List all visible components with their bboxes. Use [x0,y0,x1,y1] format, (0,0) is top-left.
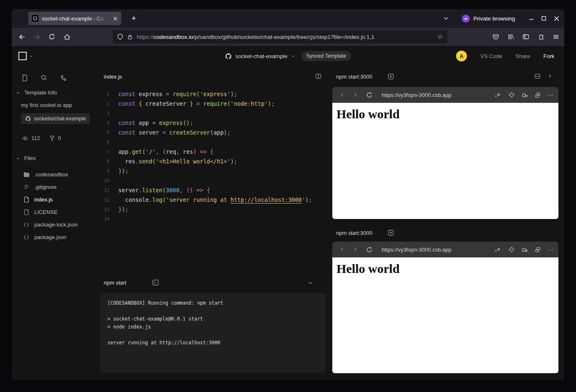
split-editor-icon[interactable] [315,73,321,79]
share-button[interactable]: Share [515,53,530,59]
close-button[interactable] [550,12,563,25]
preview-back-icon[interactable] [337,92,347,97]
bookmark-star-icon[interactable]: ☆ [438,33,443,41]
terminal-tab[interactable]: npm start [104,280,126,286]
preview-tab[interactable]: npm start:3000 [336,230,372,236]
preview-back-icon[interactable] [337,247,347,252]
extensions-puzzle-button[interactable] [535,31,547,43]
project-title-group[interactable]: socket-chat-example Synced Template [225,46,351,66]
forward-button[interactable] [31,31,43,43]
code-line[interactable]: 14 [100,214,332,224]
ai-sparkles-icon[interactable]: ✦✦ [494,92,502,98]
sidebar-toggle-button[interactable] [520,31,532,43]
fork-button[interactable]: Fork [543,53,554,59]
new-tab-button[interactable]: + [128,13,140,24]
preview-forward-icon[interactable] [351,92,360,97]
debug-bug-icon[interactable] [521,92,528,98]
workspace-switcher[interactable] [18,52,34,60]
pocket-button[interactable] [490,31,502,43]
file-item-package-lock[interactable]: {} package-lock.json [23,220,78,229]
preview-viewport-2[interactable]: Hello world [332,257,558,373]
code-line[interactable]: 10 [100,176,332,186]
code-line[interactable]: 6 [100,137,332,147]
repo-link[interactable]: socketio/chat-example [21,113,90,124]
minimize-button[interactable] [525,12,538,25]
ai-sparkles-icon[interactable]: ✦✦ [494,246,502,253]
duplicate-window-icon[interactable] [535,92,541,98]
code-line[interactable]: 9}); [100,166,332,176]
menu-hamburger-button[interactable] [550,31,562,43]
browser-nav-bar: https://codesandbox.io/p/sandbox/github/… [12,28,564,46]
preview-tab[interactable]: npm start:3000 [336,74,372,80]
json-braces-icon: {} [23,234,30,240]
code-line[interactable]: 4const app = express(); [100,118,332,128]
list-all-tabs-chevron-icon[interactable] [440,13,452,24]
line-number: 12 [100,195,110,205]
project-chevron-icon [291,54,295,59]
code-line[interactable]: 11server.listen(3000, () => { [100,186,332,195]
file-item-codesandbox[interactable]: .codesandbox [23,170,68,179]
code-line[interactable]: 3 [100,109,332,118]
collapse-terminal-chevron-icon[interactable] [308,280,313,285]
synced-template-badge: Synced Template [301,51,351,61]
line-content: res.send('<h1>Hello world</h1>'); [118,157,237,166]
duplicate-window-icon[interactable] [535,247,541,253]
code-line[interactable]: 1const express = require('express'); [100,89,332,99]
sidebar-rail [22,66,67,89]
maximize-button[interactable] [538,12,550,25]
vscode-button[interactable]: VS Code [480,53,502,59]
more-options-icon[interactable]: ⋯ [547,92,553,98]
reload-button[interactable] [46,31,58,43]
file-item-package[interactable]: {} package.json [23,232,66,242]
terminal-line: > node index.js [107,323,319,331]
library-button[interactable] [505,31,517,43]
tab-close-icon[interactable]: ✕ [112,15,118,22]
line-number: 3 [100,109,110,118]
file-item-gitignore[interactable]: .gitignore [23,182,56,191]
code-line[interactable]: 12 console.log('server running at http:/… [100,195,332,205]
browser-tab[interactable]: socket-chat-example - Co ✕ [28,12,121,25]
search-icon[interactable] [41,74,47,81]
code-editor[interactable]: 1const express = require('express');2con… [100,87,332,224]
url-bar[interactable]: https://codesandbox.io/p/sandbox/github/… [113,30,447,43]
terminal-icon[interactable] [152,279,159,286]
preview-viewport-1[interactable]: Hello world [332,103,558,219]
line-number: 1 [100,89,110,99]
file-name: index.js [34,196,53,203]
code-line[interactable]: 7app.get('/', (req, res) => { [100,147,332,157]
code-line[interactable]: 8 res.send('<h1>Hello world</h1>'); [100,157,332,166]
add-preview-icon[interactable] [387,229,394,236]
add-preview-icon[interactable] [387,73,394,80]
explorer-file-icon[interactable] [22,74,28,81]
connection-lock-icon[interactable] [127,34,133,40]
code-line[interactable]: 5const server = createServer(app); [100,128,332,137]
more-options-icon[interactable]: ⋯ [547,247,553,253]
inspect-crosshair-icon[interactable] [508,92,515,98]
preview-reload-icon[interactable] [364,92,374,98]
back-button[interactable] [16,31,28,43]
user-avatar[interactable]: A [456,51,467,61]
code-line[interactable]: 2const { createServer } = require('node:… [100,99,332,109]
terminal-line: [CODESANDBOX] Running command: npm start [107,299,319,307]
preview-url[interactable]: https://vy3hqm-3000.csb.app [382,92,451,98]
file-name: package-lock.json [34,221,78,228]
terminal-output[interactable]: [CODESANDBOX] Running command: npm start… [100,293,326,373]
file-item-indexjs[interactable]: index.js [23,195,53,204]
preview-reload-icon[interactable] [364,247,374,253]
inspect-crosshair-icon[interactable] [508,246,515,253]
template-info-section-header[interactable]: Template Info [16,89,57,96]
files-section-header[interactable]: Files [16,155,36,161]
desktop-background: socket-chat-example - Co ✕ + ∞ Private b… [0,0,576,392]
file-item-license[interactable]: LICENSE [23,207,58,216]
debug-bug-icon[interactable] [521,246,528,253]
split-horizontal-icon[interactable] [534,73,540,79]
collapse-panel-chevron-icon[interactable] [547,73,553,79]
github-icon [25,116,31,122]
preview-url[interactable]: https://vy3hqm-3000.csb.app [382,247,451,253]
home-button[interactable] [61,31,73,43]
code-line[interactable]: 13}); [100,205,332,214]
preview-forward-icon[interactable] [351,247,360,252]
devtools-icon[interactable] [60,74,67,81]
editor-tab-indexjs[interactable]: index.js [104,74,122,80]
tracking-protection-shield-icon[interactable] [117,33,123,40]
